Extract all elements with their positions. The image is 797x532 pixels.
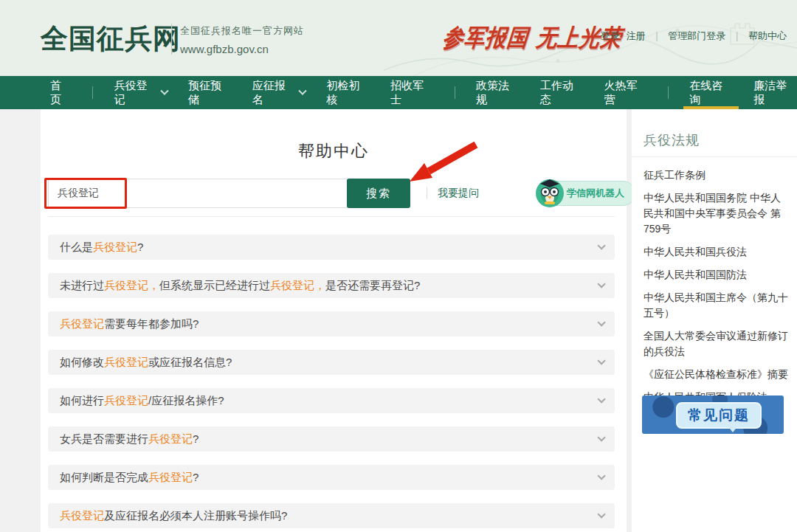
header-links: 登录 注册 ｜ 管理部门登录 ｜ 帮助中心 <box>601 30 787 43</box>
help-center-panel: 帮助中心 搜索 我要提问 学信网机器人 <box>41 109 627 532</box>
nav-item-label: 兵役登记 <box>114 79 157 107</box>
chevron-down-icon[interactable] <box>597 318 605 326</box>
nav-separator <box>92 86 93 99</box>
help-center-link[interactable]: 帮助中心 <box>748 30 787 43</box>
chevron-down-icon[interactable] <box>597 280 605 288</box>
faq-banner-tail <box>728 426 738 432</box>
faq-question: 未进行过兵役登记，但系统显示已经进行过兵役登记，是否还需要再登记? <box>60 279 597 293</box>
nav-item-chujian-chuhe[interactable]: 初检初核 <box>326 76 370 109</box>
chevron-down-icon[interactable] <box>597 471 605 480</box>
search-row: 搜索 我要提问 学信网机器人 <box>48 179 619 208</box>
admin-login-link[interactable]: 管理部门登录 <box>668 30 725 43</box>
site-header: 全国征兵网 全国征兵报名唯一官方网站 www.gfbzb.gov.cn 参军报国… <box>0 0 797 76</box>
nav-item-label: 火热军营 <box>604 79 648 107</box>
robot-owl-icon <box>535 179 565 208</box>
nav-item-bingyi-dengji[interactable]: 兵役登记 <box>114 76 168 109</box>
nav-item-zhaoshou-junshi[interactable]: 招收军士 <box>390 76 434 109</box>
page-title: 帮助中心 <box>41 140 627 162</box>
law-link[interactable]: 中华人民共和国主席令（第九十五号） <box>644 290 788 321</box>
nav-item-label: 应征报名 <box>252 79 296 107</box>
slogan-calligraphy: 参军报国 无上光荣 <box>441 22 615 55</box>
faq-question: 什么是兵役登记? <box>60 241 597 255</box>
chevron-down-icon <box>160 86 168 94</box>
faq-banner-label: 常见问题 <box>676 402 762 429</box>
nav-item-label: 首页 <box>50 79 72 107</box>
faq-question: 兵役登记需要每年都参加吗? <box>60 317 597 331</box>
law-link[interactable]: 征兵工作条例 <box>644 167 788 183</box>
nav-item-label: 廉洁举报 <box>753 79 797 107</box>
faq-question: 如何进行兵役登记/应征报名操作? <box>60 394 597 408</box>
faq-banner[interactable]: 常见问题 <box>642 395 784 434</box>
faq-question: 兵役登记及应征报名必须本人注册账号操作吗? <box>60 509 597 523</box>
faq-item[interactable]: 如何判断是否完成兵役登记? <box>48 465 615 490</box>
nav-item-label: 初检初核 <box>326 79 370 107</box>
nav-separator <box>455 86 455 99</box>
faq-item[interactable]: 未进行过兵役登记，但系统显示已经进行过兵役登记，是否还需要再登记? <box>48 273 615 298</box>
faq-item[interactable]: 兵役登记需要每年都参加吗? <box>48 311 615 336</box>
links-divider: ｜ <box>732 30 742 43</box>
ask-question-link[interactable]: 我要提问 <box>438 187 479 200</box>
faq-question: 如何修改兵役登记或应征报名信息? <box>60 356 597 370</box>
site-tagline: 全国征兵报名唯一官方网站 www.gfbzb.gov.cn <box>180 24 304 55</box>
faq-list: 什么是兵役登记?未进行过兵役登记，但系统显示已经进行过兵役登记，是否还需要再登记… <box>48 235 615 532</box>
sidebar-links: 征兵工作条例中华人民共和国国务院 中华人民共和国中央军事委员会令 第759号中华… <box>644 167 788 412</box>
nav-item-yuzheng-yuchu[interactable]: 预征预储 <box>188 76 232 109</box>
nav-item-zhengce-fagui[interactable]: 政策法规 <box>476 76 520 109</box>
sidebar: 兵役法规 征兵工作条例中华人民共和国国务院 中华人民共和国中央军事委员会令 第7… <box>632 109 797 532</box>
links-divider: ｜ <box>652 30 662 43</box>
faq-question: 女兵是否需要进行兵役登记? <box>60 432 597 446</box>
law-link[interactable]: 中华人民共和国国务院 中华人民共和国中央军事委员会令 第759号 <box>644 190 788 237</box>
nav-item-gongzuo-dongtai[interactable]: 工作动态 <box>540 76 584 109</box>
ask-divider <box>427 187 427 199</box>
nav-item-yingzheng-baoming[interactable]: 应征报名 <box>252 76 306 109</box>
search-button[interactable]: 搜索 <box>347 179 410 208</box>
law-link[interactable]: 中华人民共和国国防法 <box>644 267 788 283</box>
faq-question: 如何判断是否完成兵役登记? <box>60 471 597 485</box>
nav-item-lianjie-jubao[interactable]: 廉洁举报 <box>753 76 797 109</box>
nav-separator <box>668 86 669 99</box>
chsi-robot-button[interactable]: 学信网机器人 <box>536 181 635 206</box>
chevron-down-icon[interactable] <box>597 241 605 249</box>
faq-item[interactable]: 兵役登记及应征报名必须本人注册账号操作吗? <box>48 503 615 528</box>
law-link[interactable]: 中华人民共和国兵役法 <box>644 244 788 260</box>
tagline-line1: 全国征兵报名唯一官方网站 <box>180 24 304 38</box>
login-link[interactable]: 登录 <box>601 30 620 43</box>
main-nav: 首页兵役登记预征预储应征报名初检初核招收军士政策法规工作动态火热军营在线咨询廉洁… <box>0 76 797 109</box>
nav-item-label: 招收军士 <box>390 79 434 107</box>
nav-item-home[interactable]: 首页 <box>50 76 72 109</box>
faq-item[interactable]: 什么是兵役登记? <box>48 235 615 260</box>
law-link[interactable]: 《应征公民体格检查标准》摘要 <box>644 367 788 382</box>
chevron-down-icon[interactable] <box>597 510 605 518</box>
logo-divider <box>171 24 172 55</box>
nav-item-label: 在线咨询 <box>689 79 733 107</box>
chevron-down-icon[interactable] <box>597 395 605 403</box>
law-link[interactable]: 全国人大常委会审议通过新修订的兵役法 <box>644 328 788 359</box>
chevron-down-icon[interactable] <box>597 433 605 441</box>
sidebar-title: 兵役法规 <box>644 131 700 149</box>
site-logo[interactable]: 全国征兵网 <box>41 21 181 58</box>
chevron-down-icon <box>299 86 307 94</box>
chevron-down-icon[interactable] <box>597 356 605 365</box>
sidebar-divider <box>632 156 797 157</box>
nav-item-huore-junying[interactable]: 火热军营 <box>604 76 648 109</box>
section-divider <box>48 216 615 217</box>
faq-item[interactable]: 女兵是否需要进行兵役登记? <box>48 426 615 452</box>
register-link[interactable]: 注册 <box>627 30 646 43</box>
nav-item-label: 工作动态 <box>540 79 584 107</box>
robot-label: 学信网机器人 <box>567 187 624 200</box>
faq-item[interactable]: 如何修改兵役登记或应征报名信息? <box>48 350 615 375</box>
nav-items: 首页兵役登记预征预储应征报名初检初核招收军士政策法规工作动态火热军营在线咨询廉洁… <box>50 76 797 109</box>
faq-item[interactable]: 如何进行兵役登记/应征报名操作? <box>48 388 615 413</box>
nav-item-label: 预征预储 <box>188 79 232 107</box>
site-url: www.gfbzb.gov.cn <box>180 43 304 55</box>
search-input[interactable] <box>48 179 348 208</box>
nav-item-zaixian-zixun[interactable]: 在线咨询 <box>689 76 733 109</box>
nav-item-label: 政策法规 <box>476 79 520 107</box>
